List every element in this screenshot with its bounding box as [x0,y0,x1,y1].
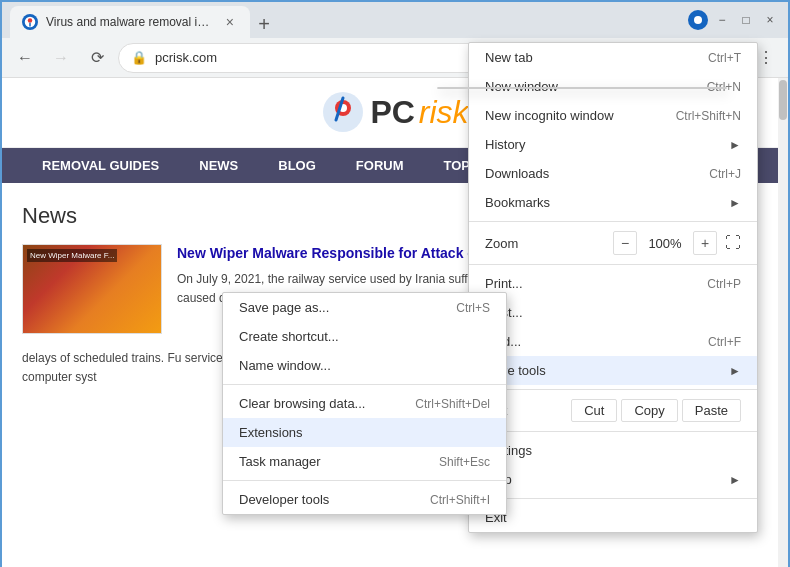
more-tools-arrow: ► [729,364,741,378]
print-item[interactable]: Print... Ctrl+P [469,269,757,298]
close-button[interactable]: × [760,10,780,30]
menu-divider-1 [437,87,727,89]
nav-forum[interactable]: FORUM [336,148,424,183]
nav-news[interactable]: NEWS [179,148,258,183]
cast-item[interactable]: Cast... [469,298,757,327]
developer-tools-item[interactable]: Developer tools Ctrl+Shift+I [223,485,506,514]
zoom-in-button[interactable]: + [693,231,717,255]
tab-close-button[interactable]: × [222,12,238,32]
edit-row: Edit Cut Copy Paste [469,394,757,427]
fullscreen-button[interactable]: ⛶ [725,234,741,252]
more-tools-submenu: Save page as... Ctrl+S Create shortcut..… [222,292,507,515]
refresh-button[interactable]: ⟳ [82,43,112,73]
forward-button[interactable]: → [46,43,76,73]
menu-divider-2 [469,221,757,222]
new-incognito-item[interactable]: New incognito window Ctrl+Shift+N [469,101,757,130]
bookmarks-arrow: ► [729,196,741,210]
settings-item[interactable]: Settings [469,436,757,465]
menu-divider-3 [469,264,757,265]
clear-browsing-data-item[interactable]: Clear browsing data... Ctrl+Shift+Del [223,389,506,418]
maximize-button[interactable]: □ [736,10,756,30]
active-tab[interactable]: Virus and malware removal instr... × [10,6,250,38]
copy-button[interactable]: Copy [621,399,677,422]
extensions-item[interactable]: Extensions [223,418,506,447]
name-window-item[interactable]: Name window... [223,351,506,380]
thumbnail-label: New Wiper Malware F... [27,249,117,262]
cut-button[interactable]: Cut [571,399,617,422]
zoom-value: 100% [645,236,685,251]
zoom-row: Zoom − 100% + ⛶ [469,226,757,260]
chrome-menu: New tab Ctrl+T New window Ctrl+N New inc… [468,42,758,533]
minimize-button[interactable]: − [712,10,732,30]
nav-blog[interactable]: BLOG [258,148,336,183]
help-item[interactable]: Help ► [469,465,757,494]
more-tools-item[interactable]: More tools ► [469,356,757,385]
logo-icon [321,90,366,135]
menu-divider-6 [469,498,757,499]
find-item[interactable]: Find... Ctrl+F [469,327,757,356]
scrollbar[interactable] [778,78,788,567]
submenu-divider [223,384,506,385]
new-tab-button[interactable]: + [250,10,278,38]
svg-point-1 [28,18,33,23]
history-item[interactable]: History ► [469,130,757,159]
zoom-out-button[interactable]: − [613,231,637,255]
menu-divider-4 [469,389,757,390]
help-arrow: ► [729,473,741,487]
tab-bar: Virus and malware removal instr... × + [10,2,278,38]
downloads-item[interactable]: Downloads Ctrl+J [469,159,757,188]
nav-removal-guides[interactable]: REMOVAL GUIDES [22,148,179,183]
save-page-as-item[interactable]: Save page as... Ctrl+S [223,293,506,322]
news-thumbnail: New Wiper Malware F... [22,244,162,334]
tab-title: Virus and malware removal instr... [46,15,214,29]
menu-divider-5 [469,431,757,432]
browser-window: Virus and malware removal instr... × + −… [0,0,790,567]
submenu-divider-2 [223,480,506,481]
edit-buttons: Cut Copy Paste [571,399,741,422]
scrollbar-thumb[interactable] [779,80,787,120]
back-button[interactable]: ← [10,43,40,73]
create-shortcut-item[interactable]: Create shortcut... [223,322,506,351]
exit-item[interactable]: Exit [469,503,757,532]
bookmarks-item[interactable]: Bookmarks ► [469,188,757,217]
lock-icon: 🔒 [131,50,147,65]
tab-favicon [22,14,38,30]
history-arrow: ► [729,138,741,152]
chrome-icon [688,10,708,30]
task-manager-item[interactable]: Task manager Shift+Esc [223,447,506,476]
paste-button[interactable]: Paste [682,399,741,422]
logo-risk: risk [419,94,469,131]
logo-pc: PC [370,94,414,131]
title-bar: Virus and malware removal instr... × + −… [2,2,788,38]
window-controls: − □ × [688,10,780,30]
logo: PCrisk [321,90,468,135]
zoom-controls: − 100% + ⛶ [613,231,741,255]
new-tab-item[interactable]: New tab Ctrl+T [469,43,757,72]
